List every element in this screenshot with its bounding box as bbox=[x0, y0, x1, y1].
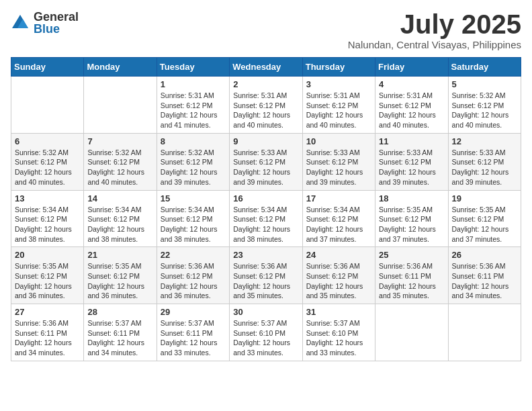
day-number: 23 bbox=[233, 250, 298, 260]
day-header: Monday bbox=[84, 58, 157, 77]
calendar-cell: 30Sunrise: 5:37 AM Sunset: 6:10 PM Dayli… bbox=[230, 304, 302, 361]
calendar-cell: 14Sunrise: 5:34 AM Sunset: 6:12 PM Dayli… bbox=[84, 190, 157, 247]
calendar-week-row: 13Sunrise: 5:34 AM Sunset: 6:12 PM Dayli… bbox=[11, 190, 521, 247]
day-info: Sunrise: 5:31 AM Sunset: 6:12 PM Dayligh… bbox=[379, 91, 444, 130]
location-title: Nalundan, Central Visayas, Philippines bbox=[348, 39, 521, 50]
day-info: Sunrise: 5:37 AM Sunset: 6:11 PM Dayligh… bbox=[161, 318, 226, 358]
calendar-cell: 10Sunrise: 5:33 AM Sunset: 6:12 PM Dayli… bbox=[302, 133, 375, 190]
page-header: General Blue July 2025 Nalundan, Central… bbox=[11, 11, 521, 50]
calendar-cell: 28Sunrise: 5:37 AM Sunset: 6:11 PM Dayli… bbox=[84, 304, 157, 361]
calendar-cell: 22Sunrise: 5:36 AM Sunset: 6:12 PM Dayli… bbox=[157, 247, 229, 304]
day-number: 1 bbox=[161, 79, 226, 89]
day-number: 15 bbox=[161, 193, 226, 203]
day-info: Sunrise: 5:35 AM Sunset: 6:12 PM Dayligh… bbox=[452, 205, 517, 244]
day-info: Sunrise: 5:31 AM Sunset: 6:12 PM Dayligh… bbox=[306, 91, 371, 130]
day-info: Sunrise: 5:35 AM Sunset: 6:12 PM Dayligh… bbox=[15, 261, 80, 301]
calendar-cell: 25Sunrise: 5:36 AM Sunset: 6:11 PM Dayli… bbox=[375, 247, 448, 304]
day-number: 19 bbox=[452, 193, 517, 203]
logo: General Blue bbox=[11, 11, 79, 35]
calendar-cell bbox=[448, 304, 521, 361]
day-info: Sunrise: 5:36 AM Sunset: 6:12 PM Dayligh… bbox=[306, 261, 371, 301]
calendar-cell: 2Sunrise: 5:31 AM Sunset: 6:12 PM Daylig… bbox=[230, 77, 302, 134]
day-info: Sunrise: 5:37 AM Sunset: 6:10 PM Dayligh… bbox=[233, 318, 298, 358]
calendar-cell: 13Sunrise: 5:34 AM Sunset: 6:12 PM Dayli… bbox=[11, 190, 84, 247]
calendar-cell: 27Sunrise: 5:36 AM Sunset: 6:11 PM Dayli… bbox=[11, 304, 84, 361]
day-number: 7 bbox=[87, 136, 152, 146]
calendar-header-row: SundayMondayTuesdayWednesdayThursdayFrid… bbox=[11, 58, 521, 77]
day-number: 27 bbox=[15, 307, 80, 317]
calendar-cell: 6Sunrise: 5:32 AM Sunset: 6:12 PM Daylig… bbox=[11, 133, 84, 190]
calendar-week-row: 20Sunrise: 5:35 AM Sunset: 6:12 PM Dayli… bbox=[11, 247, 521, 304]
day-header: Wednesday bbox=[230, 58, 302, 77]
title-area: July 2025 Nalundan, Central Visayas, Phi… bbox=[348, 11, 521, 50]
day-info: Sunrise: 5:34 AM Sunset: 6:12 PM Dayligh… bbox=[306, 205, 371, 244]
day-info: Sunrise: 5:36 AM Sunset: 6:11 PM Dayligh… bbox=[15, 318, 80, 358]
day-number: 21 bbox=[87, 250, 152, 260]
day-info: Sunrise: 5:32 AM Sunset: 6:12 PM Dayligh… bbox=[161, 148, 226, 187]
day-header: Thursday bbox=[302, 58, 375, 77]
day-header: Saturday bbox=[448, 58, 521, 77]
day-info: Sunrise: 5:36 AM Sunset: 6:11 PM Dayligh… bbox=[452, 261, 517, 301]
day-info: Sunrise: 5:35 AM Sunset: 6:12 PM Dayligh… bbox=[87, 261, 152, 301]
calendar-cell: 7Sunrise: 5:32 AM Sunset: 6:12 PM Daylig… bbox=[84, 133, 157, 190]
day-number: 25 bbox=[379, 250, 444, 260]
day-number: 3 bbox=[306, 79, 371, 89]
calendar-cell: 3Sunrise: 5:31 AM Sunset: 6:12 PM Daylig… bbox=[302, 77, 375, 134]
day-header: Friday bbox=[375, 58, 448, 77]
day-info: Sunrise: 5:36 AM Sunset: 6:11 PM Dayligh… bbox=[379, 261, 444, 301]
day-info: Sunrise: 5:36 AM Sunset: 6:12 PM Dayligh… bbox=[233, 261, 298, 301]
day-number: 29 bbox=[161, 307, 226, 317]
calendar-cell bbox=[84, 77, 157, 134]
day-number: 31 bbox=[306, 307, 371, 317]
day-number: 6 bbox=[15, 136, 80, 146]
calendar-cell: 18Sunrise: 5:35 AM Sunset: 6:12 PM Dayli… bbox=[375, 190, 448, 247]
day-number: 26 bbox=[452, 250, 517, 260]
day-number: 8 bbox=[161, 136, 226, 146]
calendar-cell: 12Sunrise: 5:33 AM Sunset: 6:12 PM Dayli… bbox=[448, 133, 521, 190]
day-info: Sunrise: 5:34 AM Sunset: 6:12 PM Dayligh… bbox=[87, 205, 152, 244]
day-number: 20 bbox=[15, 250, 80, 260]
day-info: Sunrise: 5:37 AM Sunset: 6:10 PM Dayligh… bbox=[306, 318, 371, 358]
calendar-week-row: 27Sunrise: 5:36 AM Sunset: 6:11 PM Dayli… bbox=[11, 304, 521, 361]
day-header: Sunday bbox=[11, 58, 84, 77]
calendar-cell: 26Sunrise: 5:36 AM Sunset: 6:11 PM Dayli… bbox=[448, 247, 521, 304]
day-number: 12 bbox=[452, 136, 517, 146]
day-info: Sunrise: 5:33 AM Sunset: 6:12 PM Dayligh… bbox=[306, 148, 371, 187]
day-number: 10 bbox=[306, 136, 371, 146]
logo-general: General bbox=[34, 11, 79, 23]
calendar-cell: 15Sunrise: 5:34 AM Sunset: 6:12 PM Dayli… bbox=[157, 190, 229, 247]
day-info: Sunrise: 5:37 AM Sunset: 6:11 PM Dayligh… bbox=[87, 318, 152, 358]
calendar-cell: 1Sunrise: 5:31 AM Sunset: 6:12 PM Daylig… bbox=[157, 77, 229, 134]
day-info: Sunrise: 5:31 AM Sunset: 6:12 PM Dayligh… bbox=[233, 91, 298, 130]
day-info: Sunrise: 5:34 AM Sunset: 6:12 PM Dayligh… bbox=[15, 205, 80, 244]
day-info: Sunrise: 5:32 AM Sunset: 6:12 PM Dayligh… bbox=[15, 148, 80, 187]
calendar-cell: 19Sunrise: 5:35 AM Sunset: 6:12 PM Dayli… bbox=[448, 190, 521, 247]
day-info: Sunrise: 5:33 AM Sunset: 6:12 PM Dayligh… bbox=[379, 148, 444, 187]
day-info: Sunrise: 5:32 AM Sunset: 6:12 PM Dayligh… bbox=[452, 91, 517, 130]
day-number: 28 bbox=[87, 307, 152, 317]
calendar-cell: 8Sunrise: 5:32 AM Sunset: 6:12 PM Daylig… bbox=[157, 133, 229, 190]
calendar-cell: 17Sunrise: 5:34 AM Sunset: 6:12 PM Dayli… bbox=[302, 190, 375, 247]
day-number: 16 bbox=[233, 193, 298, 203]
day-info: Sunrise: 5:35 AM Sunset: 6:12 PM Dayligh… bbox=[379, 205, 444, 244]
month-title: July 2025 bbox=[348, 11, 521, 38]
day-info: Sunrise: 5:34 AM Sunset: 6:12 PM Dayligh… bbox=[161, 205, 226, 244]
calendar-cell: 31Sunrise: 5:37 AM Sunset: 6:10 PM Dayli… bbox=[302, 304, 375, 361]
calendar-week-row: 6Sunrise: 5:32 AM Sunset: 6:12 PM Daylig… bbox=[11, 133, 521, 190]
day-info: Sunrise: 5:32 AM Sunset: 6:12 PM Dayligh… bbox=[87, 148, 152, 187]
day-number: 30 bbox=[233, 307, 298, 317]
day-number: 11 bbox=[379, 136, 444, 146]
day-number: 4 bbox=[379, 79, 444, 89]
calendar-cell bbox=[11, 77, 84, 134]
day-info: Sunrise: 5:33 AM Sunset: 6:12 PM Dayligh… bbox=[233, 148, 298, 187]
calendar-cell: 5Sunrise: 5:32 AM Sunset: 6:12 PM Daylig… bbox=[448, 77, 521, 134]
calendar-cell: 4Sunrise: 5:31 AM Sunset: 6:12 PM Daylig… bbox=[375, 77, 448, 134]
day-header: Tuesday bbox=[157, 58, 229, 77]
calendar-cell: 16Sunrise: 5:34 AM Sunset: 6:12 PM Dayli… bbox=[230, 190, 302, 247]
day-number: 2 bbox=[233, 79, 298, 89]
logo-text: General Blue bbox=[34, 11, 79, 35]
day-number: 18 bbox=[379, 193, 444, 203]
calendar-table: SundayMondayTuesdayWednesdayThursdayFrid… bbox=[11, 57, 521, 361]
calendar-week-row: 1Sunrise: 5:31 AM Sunset: 6:12 PM Daylig… bbox=[11, 77, 521, 134]
day-number: 22 bbox=[161, 250, 226, 260]
